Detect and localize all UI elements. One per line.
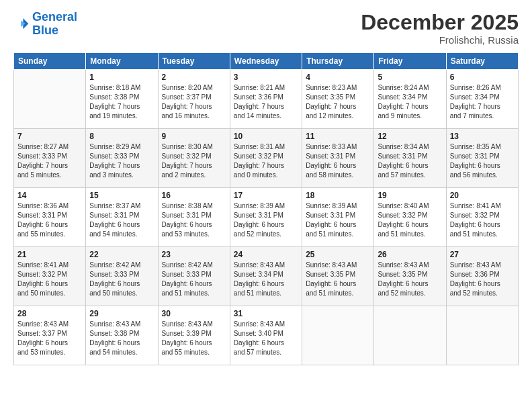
calendar-cell: 24Sunrise: 8:43 AM Sunset: 3:34 PM Dayli… xyxy=(230,247,302,306)
logo-icon xyxy=(13,16,30,32)
calendar-cell: 10Sunrise: 8:31 AM Sunset: 3:32 PM Dayli… xyxy=(230,129,302,188)
day-number: 8 xyxy=(89,132,154,141)
day-info: Sunrise: 8:37 AM Sunset: 3:31 PM Dayligh… xyxy=(89,201,154,239)
calendar-cell: 22Sunrise: 8:42 AM Sunset: 3:33 PM Dayli… xyxy=(86,247,158,306)
logo-general: General xyxy=(32,10,77,24)
day-number: 19 xyxy=(378,191,442,200)
calendar-cell: 3Sunrise: 8:21 AM Sunset: 3:36 PM Daylig… xyxy=(230,70,302,129)
day-info: Sunrise: 8:20 AM Sunset: 3:37 PM Dayligh… xyxy=(162,83,226,121)
calendar-cell: 23Sunrise: 8:42 AM Sunset: 3:33 PM Dayli… xyxy=(158,247,230,306)
title-block: December 2025 Frolishchi, Russia xyxy=(361,11,519,46)
day-info: Sunrise: 8:35 AM Sunset: 3:31 PM Dayligh… xyxy=(450,142,515,180)
day-info: Sunrise: 8:43 AM Sunset: 3:37 PM Dayligh… xyxy=(17,320,82,357)
day-number: 22 xyxy=(89,250,154,259)
day-info: Sunrise: 8:31 AM Sunset: 3:32 PM Dayligh… xyxy=(234,142,298,180)
day-info: Sunrise: 8:21 AM Sunset: 3:36 PM Dayligh… xyxy=(234,83,298,121)
calendar-week: 1Sunrise: 8:18 AM Sunset: 3:38 PM Daylig… xyxy=(14,70,519,129)
location: Frolishchi, Russia xyxy=(361,34,519,46)
calendar-cell: 8Sunrise: 8:29 AM Sunset: 3:33 PM Daylig… xyxy=(86,129,158,188)
day-number: 5 xyxy=(378,73,442,82)
day-info: Sunrise: 8:24 AM Sunset: 3:34 PM Dayligh… xyxy=(378,83,442,121)
calendar-week: 14Sunrise: 8:36 AM Sunset: 3:31 PM Dayli… xyxy=(14,188,519,247)
calendar-week: 28Sunrise: 8:43 AM Sunset: 3:37 PM Dayli… xyxy=(14,306,519,365)
calendar-cell: 15Sunrise: 8:37 AM Sunset: 3:31 PM Dayli… xyxy=(86,188,158,247)
calendar-cell: 16Sunrise: 8:38 AM Sunset: 3:31 PM Dayli… xyxy=(158,188,230,247)
day-info: Sunrise: 8:43 AM Sunset: 3:39 PM Dayligh… xyxy=(162,320,226,357)
day-number: 21 xyxy=(17,250,82,259)
day-number: 13 xyxy=(450,132,515,141)
header-day: Wednesday xyxy=(230,53,302,70)
calendar-cell: 29Sunrise: 8:43 AM Sunset: 3:38 PM Dayli… xyxy=(86,306,158,365)
day-number: 25 xyxy=(306,250,370,259)
day-number: 3 xyxy=(234,73,298,82)
day-info: Sunrise: 8:38 AM Sunset: 3:31 PM Dayligh… xyxy=(162,201,226,239)
day-info: Sunrise: 8:39 AM Sunset: 3:31 PM Dayligh… xyxy=(234,201,298,239)
day-number: 30 xyxy=(162,309,226,318)
day-info: Sunrise: 8:43 AM Sunset: 3:35 PM Dayligh… xyxy=(378,261,442,298)
calendar-cell: 30Sunrise: 8:43 AM Sunset: 3:39 PM Dayli… xyxy=(158,306,230,365)
logo: General Blue xyxy=(13,11,77,38)
day-info: Sunrise: 8:23 AM Sunset: 3:35 PM Dayligh… xyxy=(306,83,370,121)
calendar-cell xyxy=(302,306,374,365)
calendar-table: SundayMondayTuesdayWednesdayThursdayFrid… xyxy=(13,52,519,365)
header-day: Saturday xyxy=(446,53,518,70)
day-number: 11 xyxy=(306,132,370,141)
calendar-cell: 28Sunrise: 8:43 AM Sunset: 3:37 PM Dayli… xyxy=(14,306,86,365)
day-info: Sunrise: 8:33 AM Sunset: 3:31 PM Dayligh… xyxy=(306,142,370,180)
day-info: Sunrise: 8:43 AM Sunset: 3:38 PM Dayligh… xyxy=(89,320,154,357)
day-info: Sunrise: 8:30 AM Sunset: 3:32 PM Dayligh… xyxy=(162,142,226,180)
calendar-cell: 18Sunrise: 8:39 AM Sunset: 3:31 PM Dayli… xyxy=(302,188,374,247)
day-info: Sunrise: 8:41 AM Sunset: 3:32 PM Dayligh… xyxy=(17,261,82,298)
day-number: 14 xyxy=(17,191,82,200)
day-number: 2 xyxy=(162,73,226,82)
calendar-cell: 5Sunrise: 8:24 AM Sunset: 3:34 PM Daylig… xyxy=(374,70,446,129)
day-info: Sunrise: 8:26 AM Sunset: 3:34 PM Dayligh… xyxy=(450,83,515,121)
calendar-cell: 12Sunrise: 8:34 AM Sunset: 3:31 PM Dayli… xyxy=(374,129,446,188)
day-number: 18 xyxy=(306,191,370,200)
day-number: 23 xyxy=(162,250,226,259)
header-day: Sunday xyxy=(14,53,86,70)
calendar-cell: 17Sunrise: 8:39 AM Sunset: 3:31 PM Dayli… xyxy=(230,188,302,247)
day-number: 16 xyxy=(162,191,226,200)
day-info: Sunrise: 8:40 AM Sunset: 3:32 PM Dayligh… xyxy=(378,201,442,239)
day-info: Sunrise: 8:42 AM Sunset: 3:33 PM Dayligh… xyxy=(162,261,226,298)
day-info: Sunrise: 8:41 AM Sunset: 3:32 PM Dayligh… xyxy=(450,201,515,239)
calendar-cell xyxy=(446,306,518,365)
day-number: 31 xyxy=(234,309,298,318)
day-number: 15 xyxy=(89,191,154,200)
calendar-cell: 26Sunrise: 8:43 AM Sunset: 3:35 PM Dayli… xyxy=(374,247,446,306)
calendar-cell: 21Sunrise: 8:41 AM Sunset: 3:32 PM Dayli… xyxy=(14,247,86,306)
day-info: Sunrise: 8:43 AM Sunset: 3:40 PM Dayligh… xyxy=(234,320,298,357)
calendar-cell: 4Sunrise: 8:23 AM Sunset: 3:35 PM Daylig… xyxy=(302,70,374,129)
calendar-cell: 20Sunrise: 8:41 AM Sunset: 3:32 PM Dayli… xyxy=(446,188,518,247)
day-info: Sunrise: 8:18 AM Sunset: 3:38 PM Dayligh… xyxy=(89,83,154,121)
day-info: Sunrise: 8:29 AM Sunset: 3:33 PM Dayligh… xyxy=(89,142,154,180)
calendar-cell: 13Sunrise: 8:35 AM Sunset: 3:31 PM Dayli… xyxy=(446,129,518,188)
day-number: 6 xyxy=(450,73,515,82)
day-info: Sunrise: 8:42 AM Sunset: 3:33 PM Dayligh… xyxy=(89,261,154,298)
day-number: 4 xyxy=(306,73,370,82)
day-number: 29 xyxy=(89,309,154,318)
day-info: Sunrise: 8:27 AM Sunset: 3:33 PM Dayligh… xyxy=(17,142,82,180)
calendar-cell: 9Sunrise: 8:30 AM Sunset: 3:32 PM Daylig… xyxy=(158,129,230,188)
header-day: Monday xyxy=(86,53,158,70)
day-number: 20 xyxy=(450,191,515,200)
calendar-cell: 1Sunrise: 8:18 AM Sunset: 3:38 PM Daylig… xyxy=(86,70,158,129)
day-info: Sunrise: 8:34 AM Sunset: 3:31 PM Dayligh… xyxy=(378,142,442,180)
calendar-cell: 6Sunrise: 8:26 AM Sunset: 3:34 PM Daylig… xyxy=(446,70,518,129)
day-number: 10 xyxy=(234,132,298,141)
page: General Blue December 2025 Frolishchi, R… xyxy=(0,0,532,411)
header: General Blue December 2025 Frolishchi, R… xyxy=(13,11,519,46)
calendar-cell: 27Sunrise: 8:43 AM Sunset: 3:36 PM Dayli… xyxy=(446,247,518,306)
calendar-cell: 14Sunrise: 8:36 AM Sunset: 3:31 PM Dayli… xyxy=(14,188,86,247)
day-info: Sunrise: 8:39 AM Sunset: 3:31 PM Dayligh… xyxy=(306,201,370,239)
day-info: Sunrise: 8:43 AM Sunset: 3:34 PM Dayligh… xyxy=(234,261,298,298)
calendar-cell: 7Sunrise: 8:27 AM Sunset: 3:33 PM Daylig… xyxy=(14,129,86,188)
day-number: 17 xyxy=(234,191,298,200)
calendar-cell: 11Sunrise: 8:33 AM Sunset: 3:31 PM Dayli… xyxy=(302,129,374,188)
calendar-cell: 31Sunrise: 8:43 AM Sunset: 3:40 PM Dayli… xyxy=(230,306,302,365)
day-number: 9 xyxy=(162,132,226,141)
day-number: 27 xyxy=(450,250,515,259)
day-number: 24 xyxy=(234,250,298,259)
calendar-cell: 2Sunrise: 8:20 AM Sunset: 3:37 PM Daylig… xyxy=(158,70,230,129)
